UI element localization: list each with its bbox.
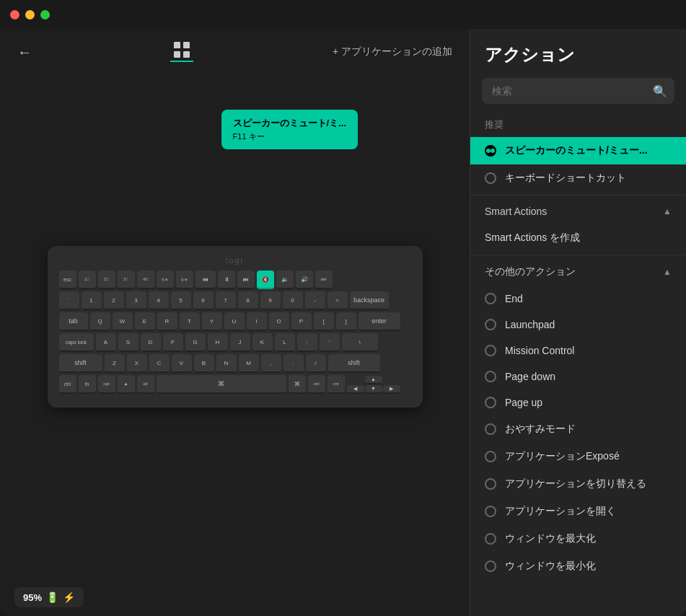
back-button[interactable]: ← [17,44,32,61]
key-f6[interactable]: 6☀ [176,270,193,289]
key-f4[interactable]: 4≡ [137,270,154,289]
key-w[interactable]: W [113,312,133,331]
key-q[interactable]: Q [90,312,110,331]
key-f11-mute[interactable]: 🔇 [257,270,274,289]
key-p[interactable]: P [291,312,312,331]
key-6[interactable]: 6 [193,291,214,310]
key-2[interactable]: 2 [104,291,124,310]
key-comma[interactable]: , [261,354,281,373]
key-e[interactable]: E [135,312,155,331]
key-arrow-right[interactable]: ▶ [383,385,400,394]
key-arrow-down[interactable]: ▼ [365,385,382,394]
key-r[interactable]: R [157,312,177,331]
action-item-oyasumi[interactable]: おやすみモード [470,415,686,443]
key-f7[interactable]: ⏮ [195,270,216,289]
key-j[interactable]: J [230,333,250,352]
key-8[interactable]: 8 [238,291,258,310]
action-item-create-smart[interactable]: Smart Actions を作成 [470,224,686,252]
key-4[interactable]: 4 [149,291,169,310]
key-slash[interactable]: / [306,354,326,373]
key-f9[interactable]: ⏭ [237,270,255,289]
smart-actions-header[interactable]: Smart Actions ▲ [470,198,686,224]
key-f[interactable]: F [163,333,183,352]
key-f1[interactable]: 1□ [79,270,96,289]
action-item-mute[interactable]: スピーカーのミュート/ミュー... [470,137,686,164]
key-d[interactable]: D [141,333,161,352]
key-ctrl[interactable]: ctrl [59,375,76,394]
key-f5[interactable]: 5☀ [157,270,174,289]
key-arrow-up[interactable]: ▲ [365,376,382,384]
action-item-end[interactable]: End [470,286,686,312]
key-arrow-left[interactable]: ◀ [347,385,364,394]
key-f8[interactable]: ⏸ [218,270,235,289]
key-s[interactable]: S [118,333,138,352]
key-f3[interactable]: 3↑ [118,270,135,289]
action-item-page-up[interactable]: Page up [470,390,686,415]
key-equals[interactable]: = [327,291,348,310]
key-esc[interactable]: esc [59,270,76,289]
minimize-button[interactable] [25,10,35,19]
key-backspace[interactable]: backspace [350,291,389,310]
key-rbracket[interactable]: ] [336,312,356,331]
action-item-launchpad[interactable]: Launchpad [470,312,686,338]
key-i[interactable]: I [247,312,267,331]
key-ctrl-right[interactable]: ctrl [308,375,325,394]
key-f2[interactable]: 2□ [98,270,115,289]
key-backslash[interactable]: \ [342,333,378,352]
key-capslock[interactable]: caps lock [59,333,94,352]
key-shift-left[interactable]: shift [59,354,102,373]
action-item-maximize[interactable]: ウィンドウを最大化 [470,525,686,553]
key-cnt[interactable]: cnt [327,375,345,394]
action-item-minimize[interactable]: ウィンドウを最小化 [470,553,686,580]
apps-icon-container[interactable] [170,42,193,62]
key-m[interactable]: M [239,354,259,373]
key-t[interactable]: T [180,312,200,331]
key-tab[interactable]: tab [59,312,88,331]
maximize-button[interactable] [40,10,50,19]
action-item-keyboard-shortcut[interactable]: キーボードショートカット [470,164,686,192]
key-l[interactable]: L [275,333,295,352]
key-b[interactable]: B [194,354,214,373]
key-lbracket[interactable]: [ [314,312,334,331]
key-space[interactable]: ⌘ [157,375,286,394]
action-item-page-down[interactable]: Page down [470,364,686,390]
key-k[interactable]: K [252,333,273,352]
key-fn[interactable]: fn [79,375,96,394]
key-7[interactable]: 7 [216,291,236,310]
key-5[interactable]: 5 [171,291,191,310]
key-o[interactable]: O [269,312,289,331]
key-shift-right[interactable]: shift [328,354,380,373]
key-enter[interactable]: enter [359,312,400,331]
key-cmd-right[interactable]: ⌘ [289,375,306,394]
action-item-mission-control[interactable]: Mission Control [470,338,686,364]
key-option[interactable]: opt [98,375,115,394]
action-item-switch-app[interactable]: アプリケーションを切り替える [470,470,686,498]
key-9[interactable]: 9 [260,291,281,310]
key-1[interactable]: 1 [82,291,102,310]
other-actions-header[interactable]: その他のアクション ▲ [470,258,686,286]
key-v[interactable]: V [172,354,192,373]
key-a[interactable]: A [96,333,116,352]
add-app-button[interactable]: + アプリケーションの追加 [333,45,452,58]
key-c[interactable]: C [149,354,170,373]
key-x[interactable]: X [127,354,147,373]
key-f12-vol-down[interactable]: 🔉 [276,270,294,289]
key-period[interactable]: . [283,354,304,373]
key-u[interactable]: U [224,312,245,331]
key-n[interactable]: N [216,354,237,373]
key-f13-vol-up[interactable]: 🔊 [296,270,313,289]
key-h[interactable]: H [208,333,228,352]
key-caps2[interactable]: ▲ [118,375,135,394]
action-item-open-app[interactable]: アプリケーションを開く [470,498,686,525]
key-del[interactable]: del [315,270,333,289]
search-input[interactable] [482,78,674,104]
action-item-app-expose[interactable]: アプリケーションExposé [470,443,686,470]
key-3[interactable]: 3 [126,291,146,310]
key-alt[interactable]: alt [137,375,154,394]
key-g[interactable]: G [185,333,206,352]
key-semicolon[interactable]: ; [297,333,317,352]
key-minus[interactable]: - [305,291,325,310]
key-z[interactable]: Z [105,354,125,373]
key-0[interactable]: 0 [283,291,303,310]
key-backtick[interactable]: ` [59,291,79,310]
